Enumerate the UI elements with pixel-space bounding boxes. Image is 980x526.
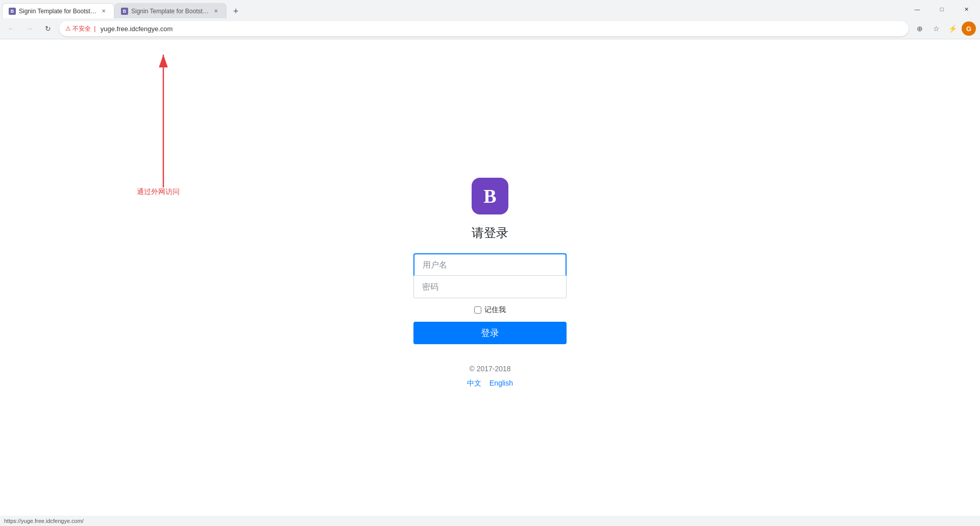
status-bar: https://yuge.free.idcfengye.com/: [0, 516, 980, 526]
maximize-button[interactable]: □: [930, 0, 953, 18]
security-warning: ⚠ 不安全 |: [65, 25, 97, 33]
login-container: B 请登录 记住我 登录 © 2017-2018 中文 English: [413, 178, 567, 388]
annotation-arrow: [148, 50, 179, 193]
tab-title-inactive: Signin Template for Bootstrap: [131, 8, 209, 15]
back-button[interactable]: ←: [4, 21, 18, 36]
bootstrap-logo: B: [472, 178, 508, 214]
remember-me-text: 记住我: [484, 305, 506, 315]
remember-me-label[interactable]: 记住我: [474, 305, 506, 315]
remember-me-checkbox[interactable]: [474, 306, 481, 314]
status-url: https://yuge.free.idcfengye.com/: [4, 518, 84, 524]
tab-close-active[interactable]: ✕: [100, 7, 108, 15]
address-bar-row: ← → ↻ ⚠ 不安全 | yuge.free.idcfengye.com ⊕ …: [0, 18, 980, 39]
username-input[interactable]: [413, 253, 567, 276]
password-group: [413, 276, 567, 298]
tab-favicon-active: B: [9, 8, 16, 15]
copyright-text: © 2017-2018: [469, 365, 510, 373]
tab-favicon-inactive: B: [121, 8, 128, 15]
password-input[interactable]: [413, 276, 567, 298]
url-text: yuge.free.idcfengye.com: [101, 25, 173, 33]
window-controls: — □ ✕: [905, 0, 978, 18]
tabs-bar: B Signin Template for Bootstrap ✕ B Sign…: [0, 0, 980, 18]
warning-icon: ⚠: [65, 25, 71, 32]
login-button[interactable]: 登录: [413, 322, 567, 344]
tab-inactive[interactable]: B Signin Template for Bootstrap ✕: [114, 3, 227, 18]
tab-title-active: Signin Template for Bootstrap: [19, 8, 96, 15]
bookmark-icon[interactable]: ☆: [929, 21, 943, 36]
tab-close-inactive[interactable]: ✕: [212, 7, 220, 15]
address-bar[interactable]: ⚠ 不安全 | yuge.free.idcfengye.com: [59, 21, 909, 36]
browser-chrome: B Signin Template for Bootstrap ✕ B Sign…: [0, 0, 980, 39]
forward-button[interactable]: →: [22, 21, 37, 36]
close-window-button[interactable]: ✕: [954, 0, 978, 18]
username-group: [413, 253, 567, 276]
page-content: 通过外网访问 B 请登录 记住我 登录 © 2017-2018 中文 Engli…: [0, 39, 980, 526]
language-zh-link[interactable]: 中文: [467, 379, 481, 388]
extensions-icon[interactable]: ⚡: [945, 21, 960, 36]
tab-active[interactable]: B Signin Template for Bootstrap ✕: [2, 3, 114, 18]
refresh-button[interactable]: ↻: [41, 21, 55, 36]
translate-icon[interactable]: ⊕: [913, 21, 927, 36]
language-links: 中文 English: [467, 379, 513, 388]
new-tab-button[interactable]: +: [229, 4, 243, 18]
logo-letter: B: [483, 185, 496, 207]
annotation-text: 通过外网访问: [137, 187, 180, 197]
minimize-button[interactable]: —: [905, 0, 929, 18]
language-en-link[interactable]: English: [489, 379, 513, 388]
security-label: 不安全: [72, 25, 91, 33]
profile-icon[interactable]: G: [962, 21, 976, 36]
toolbar-icons: ⊕ ☆ ⚡ G: [913, 21, 976, 36]
login-title: 请登录: [472, 225, 508, 241]
